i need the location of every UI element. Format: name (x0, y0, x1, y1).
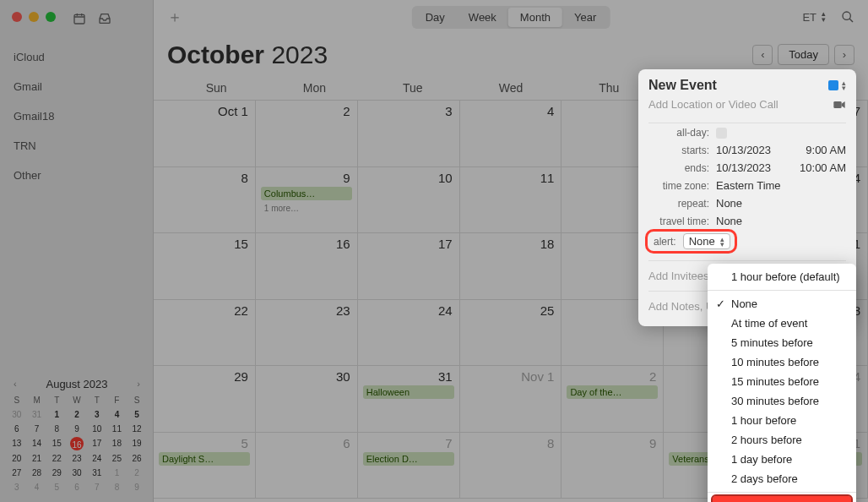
alert-menu-item[interactable]: 1 hour before (708, 411, 856, 430)
alert-menu-item[interactable]: 2 days before (708, 469, 856, 488)
location-input[interactable]: Add Location or Video Call (648, 98, 778, 111)
starts-label: starts: (648, 145, 716, 156)
alert-menu-item[interactable]: 5 minutes before (708, 333, 856, 352)
travel-value[interactable]: None (716, 215, 742, 227)
alert-menu-item[interactable]: 1 day before (708, 450, 856, 469)
allday-label: all-day: (648, 127, 716, 139)
alert-menu: 1 hour before (default)✓NoneAt time of e… (708, 264, 856, 502)
alert-value: None (689, 235, 715, 248)
alert-menu-item[interactable]: 15 minutes before (708, 372, 856, 391)
repeat-value[interactable]: None (716, 197, 742, 210)
alert-menu-item[interactable]: 1 hour before (default) (708, 267, 856, 286)
alert-menu-item[interactable]: At time of event (708, 314, 856, 333)
event-title-input[interactable]: New Event (648, 78, 717, 93)
repeat-label: repeat: (648, 198, 716, 210)
alert-custom-button[interactable]: Custom… (713, 496, 851, 502)
travel-label: travel time: (648, 216, 716, 227)
calendar-color-picker[interactable]: ▴▾ (828, 80, 846, 90)
starts-date-field[interactable]: 10/13/2023 (716, 144, 771, 156)
alert-label: alert: (654, 236, 676, 248)
alert-menu-item[interactable]: 30 minutes before (708, 391, 856, 411)
color-swatch-icon (828, 80, 838, 90)
timezone-label: time zone: (648, 180, 716, 192)
alert-menu-item[interactable]: ✓None (708, 294, 856, 314)
alert-menu-item[interactable]: 10 minutes before (708, 352, 856, 372)
ends-time-field[interactable]: 10:00 AM (800, 161, 846, 174)
ends-label: ends: (648, 162, 716, 174)
starts-time-field[interactable]: 9:00 AM (806, 144, 846, 156)
timezone-value[interactable]: Eastern Time (716, 179, 781, 192)
checkmark-icon: ✓ (716, 297, 725, 310)
alert-dropdown[interactable]: None ▴▾ (683, 233, 730, 249)
ends-date-field[interactable]: 10/13/2023 (716, 161, 771, 174)
chevron-updown-icon: ▴▾ (842, 80, 846, 90)
svg-rect-2 (833, 101, 841, 108)
allday-checkbox[interactable] (716, 128, 727, 139)
alert-menu-item[interactable]: 2 hours before (708, 430, 856, 450)
video-icon[interactable] (833, 99, 846, 111)
chevron-updown-icon: ▴▾ (720, 237, 724, 247)
